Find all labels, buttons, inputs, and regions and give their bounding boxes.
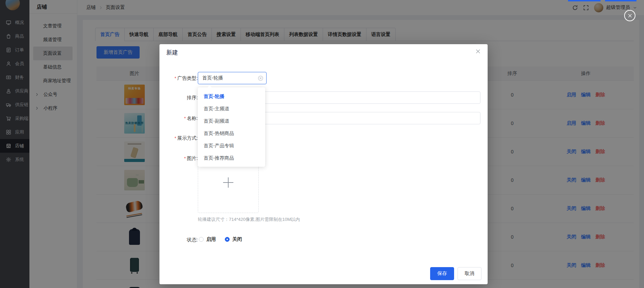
status-radio-disable[interactable]: 关闭 <box>225 236 242 242</box>
ad-type-selected-value: 首页-轮播 <box>202 75 223 81</box>
image-label: *图片: <box>163 155 198 162</box>
cancel-button[interactable]: 取消 <box>458 267 481 280</box>
clear-icon[interactable] <box>258 75 263 81</box>
dropdown-option[interactable]: 首页-轮播 <box>198 90 265 102</box>
status-radio-group: 启用 关闭 <box>199 236 242 242</box>
upload-hint: 轮播建议尺寸：714*420像素,图片需限制在10M以内 <box>198 216 300 223</box>
modal-close-icon[interactable] <box>475 49 481 54</box>
dropdown-option[interactable]: 首页-产品专辑 <box>198 139 265 152</box>
dropdown-option[interactable]: 首页-主频道 <box>198 102 265 115</box>
required-star: * <box>184 156 186 161</box>
top-blue-bar <box>568 0 601 1</box>
app-root: 概况 商品 订单 会员 财务 供应商 供应链 采购端 应用 店铺 系统 店铺 文… <box>0 0 644 288</box>
dropdown-list: 首页-轮播首页-主频道首页-副频道首页-热销商品首页-产品专辑首页-推荐商品 <box>198 90 265 164</box>
page-close-button[interactable] <box>624 10 635 21</box>
display-mode-label: *展示方式: <box>163 135 198 142</box>
new-ad-modal: 新建 *广告类型: 首页-轮播 排序: *名称: *展示方式: *图片: 轮播建… <box>159 44 488 284</box>
ad-type-label: *广告类型: <box>163 75 198 82</box>
radio-icon <box>199 237 204 242</box>
ad-type-select[interactable]: 首页-轮播 <box>198 72 267 84</box>
dropdown-notch <box>207 85 212 90</box>
required-star: * <box>184 116 186 121</box>
ad-type-dropdown: 首页-轮播首页-主频道首页-副频道首页-热销商品首页-产品专辑首页-推荐商品 <box>198 87 265 167</box>
top-blue-bar <box>605 0 636 1</box>
required-star: * <box>175 136 176 141</box>
dropdown-option[interactable]: 首页-推荐商品 <box>198 152 265 164</box>
dropdown-option[interactable]: 首页-热销商品 <box>198 127 265 139</box>
sort-label: 排序: <box>163 94 198 101</box>
save-button[interactable]: 保存 <box>430 267 454 280</box>
dropdown-option[interactable]: 首页-副频道 <box>198 115 265 127</box>
modal-title: 新建 <box>166 49 178 57</box>
required-star: * <box>175 76 176 81</box>
name-label: *名称: <box>163 115 198 122</box>
status-radio-enable[interactable]: 启用 <box>199 236 216 242</box>
radio-icon <box>225 237 230 242</box>
plus-icon <box>223 177 233 188</box>
status-label: 状态: <box>163 236 198 243</box>
